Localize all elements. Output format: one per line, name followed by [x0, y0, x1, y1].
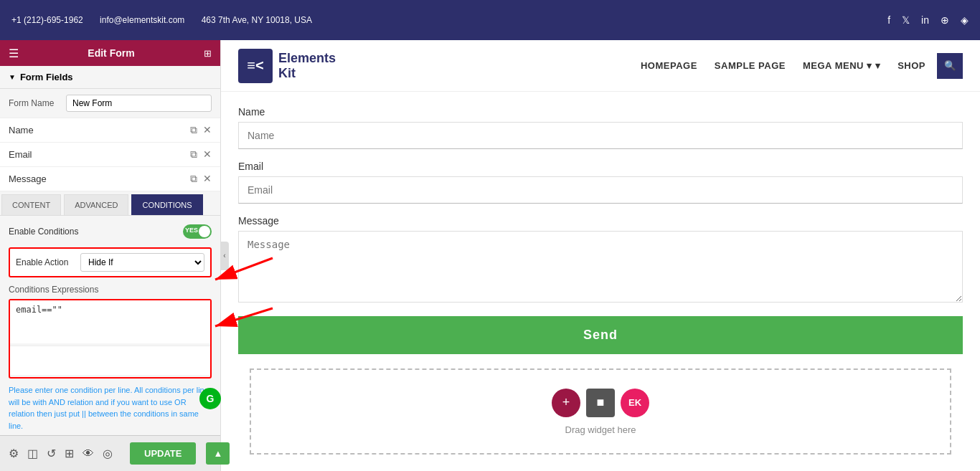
form-name-input[interactable] [66, 95, 212, 112]
field-item-message: Message ⧉ ✕ [0, 167, 220, 191]
field-label-email: Email [9, 149, 190, 160]
template-icon[interactable]: ⊞ [65, 447, 74, 460]
logo-text: ElementsKit [278, 51, 336, 81]
nav-bar: ≡< ElementsKit HOMEPAGE SAMPLE PAGE MEGA… [221, 40, 980, 92]
enable-action-select[interactable]: Hide If Show If [80, 253, 204, 272]
logo-icon: ≡< [238, 49, 273, 83]
email: info@elementskit.com [100, 15, 184, 25]
right-content: ≡< ElementsKit HOMEPAGE SAMPLE PAGE MEGA… [221, 40, 980, 471]
bottom-toolbar: ⚙ ◫ ↺ ⊞ 👁 ◎ UPDATE ▲ [0, 435, 220, 471]
ek-widget-button[interactable]: EK [621, 389, 649, 417]
phone: +1 (212)-695-1962 [11, 15, 83, 25]
visibility-icon[interactable]: ◎ [103, 447, 113, 460]
tab-content[interactable]: CONTENT [1, 194, 61, 215]
add-widget-button[interactable]: + [552, 389, 580, 417]
instagram-icon[interactable]: ◈ [961, 14, 969, 26]
drag-widget-text: Drag widget here [565, 424, 636, 435]
field-item-name: Name ⧉ ✕ [0, 118, 220, 143]
update-arrow-button[interactable]: ▲ [206, 442, 230, 465]
preview-icon[interactable]: 👁 [83, 447, 94, 460]
conditions-textarea-wrap: email=="" [9, 299, 212, 379]
field-actions-name: ⧉ ✕ [190, 124, 212, 136]
field-label-name: Name [9, 125, 190, 135]
nav-links: HOMEPAGE SAMPLE PAGE MEGA MENU ▾ SHOP [641, 60, 925, 71]
form-fields-header: ▼ Form Fields [0, 66, 220, 89]
nav-homepage[interactable]: HOMEPAGE [641, 60, 697, 71]
contact-info: +1 (212)-695-1962 info@elementskit.com 4… [11, 15, 887, 25]
update-button[interactable]: UPDATE [130, 442, 196, 465]
header-icons: ⊞ [204, 48, 212, 59]
form-field-name-input[interactable] [238, 122, 963, 149]
enable-action-label: Enable Action [16, 257, 80, 267]
collapse-handle[interactable]: ‹ [220, 242, 229, 270]
enable-conditions-label: Enable Conditions [9, 227, 78, 237]
field-actions-message: ⧉ ✕ [190, 173, 212, 185]
form-field-name-group: Name [238, 106, 963, 149]
form-name-row: Form Name [0, 89, 220, 118]
form-field-message-label: Message [238, 215, 963, 227]
square-widget-button[interactable]: ■ [586, 389, 615, 417]
form-field-email-label: Email [238, 161, 963, 172]
duplicate-icon-name[interactable]: ⧉ [190, 124, 197, 136]
form-field-message-textarea[interactable] [238, 231, 963, 303]
nav-mega-menu[interactable]: MEGA MENU ▾ [803, 60, 880, 71]
edit-form-title: Edit Form [88, 47, 134, 59]
social-icons: f 𝕏 in ⊕ ◈ [887, 14, 969, 26]
dribbble-icon[interactable]: ⊕ [941, 14, 949, 26]
facebook-icon[interactable]: f [887, 14, 890, 26]
enable-conditions-row: Enable Conditions YES [9, 224, 212, 239]
conditions-expressions-label: Conditions Expressions [9, 285, 212, 295]
grammarly-button[interactable]: G [199, 388, 221, 409]
left-panel: ☰ Edit Form ⊞ ▼ Form Fields Form Name Na… [0, 40, 221, 471]
conditions-textarea[interactable]: email=="" [10, 300, 210, 343]
toggle-track[interactable]: YES [183, 224, 212, 239]
logo-area: ≡< ElementsKit [238, 49, 336, 83]
panel-content: Enable Conditions YES Enable Action Hide… [0, 216, 220, 435]
form-field-email-group: Email [238, 161, 963, 204]
hamburger-icon[interactable]: ☰ [9, 47, 19, 60]
twitter-icon[interactable]: 𝕏 [902, 14, 910, 26]
delete-icon-email[interactable]: ✕ [203, 148, 212, 161]
layers-icon[interactable]: ◫ [27, 447, 38, 460]
tabs: CONTENT ADVANCED CONDITIONS [0, 191, 220, 216]
duplicate-icon-email[interactable]: ⧉ [190, 148, 197, 161]
top-contact-bar: +1 (212)-695-1962 info@elementskit.com 4… [0, 0, 980, 40]
form-field-message-group: Message [238, 215, 963, 305]
enable-action-row: Enable Action Hide If Show If [9, 247, 212, 277]
settings-icon[interactable]: ⚙ [9, 447, 19, 460]
history-icon[interactable]: ↺ [47, 447, 56, 460]
delete-icon-name[interactable]: ✕ [203, 124, 212, 136]
address: 463 7th Ave, NY 10018, USA [202, 15, 312, 25]
drag-widget-area: + ■ EK Drag widget here [250, 368, 951, 455]
form-fields-label: Form Fields [20, 72, 73, 82]
toggle-yes-label: YES [185, 227, 198, 234]
form-field-email-input[interactable] [238, 176, 963, 204]
main-layout: ☰ Edit Form ⊞ ▼ Form Fields Form Name Na… [0, 40, 980, 471]
delete-icon-message[interactable]: ✕ [203, 173, 212, 185]
field-label-message: Message [9, 173, 190, 184]
conditions-textarea-extra[interactable] [10, 346, 210, 375]
duplicate-icon-message[interactable]: ⧉ [190, 173, 197, 185]
send-button[interactable]: Send [238, 316, 963, 354]
tab-advanced[interactable]: ADVANCED [64, 194, 128, 215]
form-name-label: Form Name [9, 98, 66, 108]
toggle-switch[interactable]: YES [183, 224, 212, 239]
nav-shop[interactable]: SHOP [897, 60, 925, 71]
nav-sample-page[interactable]: SAMPLE PAGE [715, 60, 786, 71]
field-actions-email: ⧉ ✕ [190, 148, 212, 161]
field-item-email: Email ⧉ ✕ [0, 143, 220, 167]
widget-buttons: + ■ EK [552, 389, 649, 417]
search-button[interactable]: 🔍 [937, 53, 963, 79]
edit-form-header: ☰ Edit Form ⊞ [0, 40, 220, 66]
help-text: Please enter one condition per line. All… [9, 384, 212, 432]
collapse-arrow-icon[interactable]: ▼ [9, 73, 16, 81]
form-preview: Name Email Message Send + ■ EK [221, 92, 980, 471]
linkedin-icon[interactable]: in [921, 14, 929, 26]
tab-conditions[interactable]: CONDITIONS [131, 194, 202, 215]
grid-icon[interactable]: ⊞ [204, 48, 212, 59]
form-field-name-label: Name [238, 106, 963, 118]
